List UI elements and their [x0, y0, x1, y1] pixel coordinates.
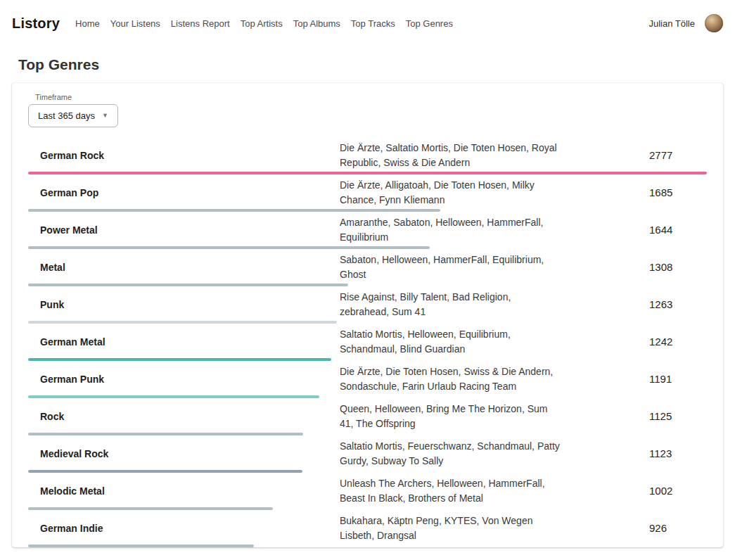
genres-card: Timeframe Last 365 days ▼ German Rock Di…	[12, 83, 723, 547]
timeframe-value: Last 365 days	[38, 110, 95, 121]
timeframe-label: Timeframe	[35, 93, 707, 101]
genre-count: 1308	[649, 261, 707, 273]
main-nav: HomeYour ListensListens ReportTop Artist…	[75, 15, 648, 32]
genre-name: Punk	[28, 299, 340, 310]
genre-row: Rock Queen, Helloween, Bring Me The Hori…	[28, 398, 707, 435]
user-name: Julian Tölle	[648, 18, 695, 29]
chevron-down-icon: ▼	[102, 113, 108, 119]
nav-link-top-artists[interactable]: Top Artists	[241, 15, 283, 32]
nav-link-top-tracks[interactable]: Top Tracks	[351, 15, 395, 32]
page-title: Top Genres	[18, 56, 723, 73]
nav-link-listens-report[interactable]: Listens Report	[171, 15, 230, 32]
genre-row: German Rock Die Ärzte, Saltatio Mortis, …	[28, 137, 707, 174]
nav-link-home[interactable]: Home	[75, 15, 100, 32]
timeframe-select[interactable]: Last 365 days ▼	[28, 104, 118, 127]
genre-artists: Die Ärzte, Saltatio Mortis, Die Toten Ho…	[340, 141, 649, 170]
genre-name: Melodic Metal	[28, 485, 340, 497]
genre-artists: Rise Against, Billy Talent, Bad Religion…	[340, 290, 649, 319]
genre-count: 1125	[649, 410, 707, 422]
genre-name: German Punk	[28, 374, 340, 385]
genre-count: 1191	[649, 373, 707, 385]
genre-artists: Bukahara, Käptn Peng, KYTES, Von Wegen L…	[340, 514, 649, 543]
genre-name: Rock	[28, 411, 340, 422]
nav-link-top-albums[interactable]: Top Albums	[293, 15, 340, 32]
genre-row: Melodic Metal Unleash The Archers, Hello…	[28, 473, 707, 510]
genre-count: 1644	[649, 224, 707, 236]
genre-artists: Queen, Helloween, Bring Me The Horizon, …	[340, 402, 649, 431]
nav-link-your-listens[interactable]: Your Listens	[110, 15, 160, 32]
genre-count: 1685	[649, 186, 707, 198]
genre-count: 1002	[649, 485, 707, 497]
genre-artists: Die Ärzte, Alligatoah, Die Toten Hosen, …	[340, 178, 649, 208]
genre-count: 2777	[649, 149, 707, 161]
genre-row: German Metal Saltatio Mortis, Helloween,…	[28, 324, 707, 361]
genre-artists: Unleash The Archers, Helloween, HammerFa…	[340, 476, 649, 506]
genre-name: German Pop	[28, 187, 340, 198]
genre-artists: Amaranthe, Sabaton, Helloween, HammerFal…	[340, 215, 649, 245]
user-area: Julian Tölle	[648, 14, 723, 32]
genre-row: German Punk Die Ärzte, Die Toten Hosen, …	[28, 361, 707, 398]
genre-count: 1242	[649, 336, 707, 348]
genre-name: German Indie	[28, 523, 340, 534]
genre-count: 926	[649, 522, 707, 534]
avatar[interactable]	[705, 14, 723, 32]
genre-list: German Rock Die Ärzte, Saltatio Mortis, …	[28, 137, 707, 547]
genre-row: German Pop Die Ärzte, Alligatoah, Die To…	[28, 174, 707, 212]
nav-link-top-genres[interactable]: Top Genres	[406, 15, 453, 32]
genre-row: Metal Sabaton, Helloween, HammerFall, Eq…	[28, 249, 707, 286]
genre-name: German Metal	[28, 336, 340, 348]
genre-bar	[28, 545, 254, 547]
genre-name: German Rock	[28, 150, 340, 161]
genre-row: German Indie Bukahara, Käptn Peng, KYTES…	[28, 510, 707, 547]
genre-row: Medieval Rock Saltatio Mortis, Feuerschw…	[28, 435, 707, 473]
genre-name: Power Metal	[28, 224, 340, 236]
genre-count: 1123	[649, 447, 707, 459]
timeframe-filter: Timeframe Last 365 days ▼	[28, 93, 707, 127]
genre-name: Medieval Rock	[28, 448, 340, 459]
genre-artists: Die Ärzte, Die Toten Hosen, Swiss & Die …	[340, 364, 649, 394]
genre-artists: Sabaton, Helloween, HammerFall, Equilibr…	[340, 253, 649, 282]
genre-name: Metal	[28, 262, 340, 273]
genre-artists: Saltatio Mortis, Feuerschwanz, Schandmau…	[340, 439, 649, 469]
genre-bar-track	[28, 545, 707, 547]
genre-row: Power Metal Amaranthe, Sabaton, Hellowee…	[28, 212, 707, 249]
genre-row: Punk Rise Against, Billy Talent, Bad Rel…	[28, 286, 707, 324]
page-content: Top Genres Timeframe Last 365 days ▼ Ger…	[0, 56, 735, 547]
genre-count: 1263	[649, 298, 707, 310]
top-nav: Listory HomeYour ListensListens ReportTo…	[0, 0, 735, 46]
brand-logo[interactable]: Listory	[12, 15, 60, 32]
genre-artists: Saltatio Mortis, Helloween, Equilibrium,…	[340, 327, 649, 357]
